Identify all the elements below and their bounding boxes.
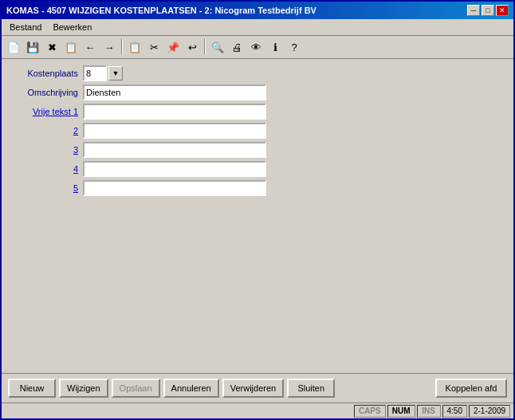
toolbar-delete[interactable]: ✖ <box>43 38 61 56</box>
annuleren-button[interactable]: Annuleren <box>163 379 219 398</box>
title-bar-buttons: ─ □ ✕ <box>467 5 509 16</box>
toolbar-help[interactable]: ? <box>285 38 303 56</box>
vrije-tekst-label-1[interactable]: Vrije tekst 1 <box>8 104 83 120</box>
vrije-tekst-input-cell-3 <box>83 142 327 158</box>
vrije-tekst-label-4[interactable]: 4 <box>8 161 83 177</box>
ins-badge: INS <box>417 405 441 418</box>
vrije-tekst-input-cell-4 <box>83 161 327 177</box>
kostenplaats-input-cell: ▼ <box>83 65 327 81</box>
close-button[interactable]: ✕ <box>496 5 509 16</box>
toolbar-new[interactable]: 📄 <box>5 38 22 56</box>
toolbar-print[interactable]: 🖨 <box>228 38 246 56</box>
wijzigen-button[interactable]: Wijzigen <box>59 379 108 398</box>
toolbar-separator-2 <box>204 39 206 55</box>
num-badge: NUM <box>387 405 415 418</box>
toolbar-cut[interactable]: ✂ <box>145 38 163 56</box>
vrije-tekst-label-3[interactable]: 3 <box>8 142 83 158</box>
toolbar-info[interactable]: ℹ <box>266 38 284 56</box>
toolbar-paste[interactable]: 📌 <box>164 38 182 56</box>
toolbar-save[interactable]: 💾 <box>24 38 41 56</box>
date-display: 2-1-2009 <box>469 405 510 418</box>
kostenplaats-browse-btn[interactable]: ▼ <box>108 66 123 80</box>
menu-bewerken-label: Bewerken <box>53 22 92 32</box>
omschrijving-input-cell <box>83 84 327 100</box>
toolbar-separator-1 <box>121 39 123 55</box>
toolbar-clipboard2[interactable]: 📋 <box>126 38 143 56</box>
omschrijving-input[interactable] <box>83 84 266 100</box>
vrije-tekst-input-1[interactable] <box>83 104 266 120</box>
sluiten-button[interactable]: Sluiten <box>287 379 335 398</box>
nieuw-button[interactable]: Nieuw <box>8 379 56 398</box>
verwijderen-button[interactable]: Verwijderen <box>222 379 284 398</box>
status-bar: CAPS NUM INS 4:50 2-1-2009 <box>2 402 513 418</box>
omschrijving-label: Omschrijving <box>8 84 83 100</box>
menu-bewerken[interactable]: Bewerken <box>48 21 96 33</box>
vrije-tekst-input-5[interactable] <box>83 180 266 196</box>
toolbar-preview[interactable]: 👁 <box>247 38 265 56</box>
menu-bar: Bestand Bewerken <box>2 19 513 36</box>
vrije-tekst-input-cell-2 <box>83 123 327 139</box>
menu-bestand[interactable]: Bestand <box>5 21 46 33</box>
minimize-button[interactable]: ─ <box>467 5 480 16</box>
title-bar: KOMAS - 4507 WIJZIGEN KOSTENPLAATSEN - 2… <box>2 2 513 19</box>
time-display: 4:50 <box>442 405 467 418</box>
form-grid: Kostenplaats ▼ Omschrijving Vrije tekst … <box>8 65 327 196</box>
main-window: KOMAS - 4507 WIJZIGEN KOSTENPLAATSEN - 2… <box>0 0 515 420</box>
vrije-tekst-input-3[interactable] <box>83 142 266 158</box>
koppelen-afd-button[interactable]: Koppelen afd <box>435 379 507 398</box>
toolbar-search[interactable]: 🔍 <box>209 38 226 56</box>
toolbar-next[interactable]: → <box>100 38 118 56</box>
toolbar-copy-record[interactable]: 📋 <box>62 38 80 56</box>
vrije-tekst-input-4[interactable] <box>83 161 266 177</box>
toolbar-undo[interactable]: ↩ <box>183 38 201 56</box>
kostenplaats-label: Kostenplaats <box>8 65 83 81</box>
toolbar: 📄 💾 ✖ 📋 ← → 📋 ✂ 📌 ↩ 🔍 🖨 👁 ℹ ? <box>2 36 513 59</box>
vrije-tekst-label-5[interactable]: 5 <box>8 180 83 196</box>
bottom-bar: Nieuw Wijzigen Opslaan Annuleren Verwijd… <box>2 373 513 402</box>
vrije-tekst-input-2[interactable] <box>83 123 266 139</box>
window-title: KOMAS - 4507 WIJZIGEN KOSTENPLAATSEN - 2… <box>6 6 316 15</box>
caps-badge: CAPS <box>354 405 386 418</box>
kostenplaats-input[interactable] <box>83 65 107 81</box>
vrije-tekst-input-cell-5 <box>83 180 327 196</box>
menu-bestand-label: Bestand <box>10 22 41 32</box>
content-area: Kostenplaats ▼ Omschrijving Vrije tekst … <box>2 59 513 373</box>
vrije-tekst-input-cell-1 <box>83 104 327 120</box>
vrije-tekst-label-2[interactable]: 2 <box>8 123 83 139</box>
toolbar-prev[interactable]: ← <box>81 38 99 56</box>
restore-button[interactable]: □ <box>482 5 494 16</box>
opslaan-button[interactable]: Opslaan <box>112 379 160 398</box>
